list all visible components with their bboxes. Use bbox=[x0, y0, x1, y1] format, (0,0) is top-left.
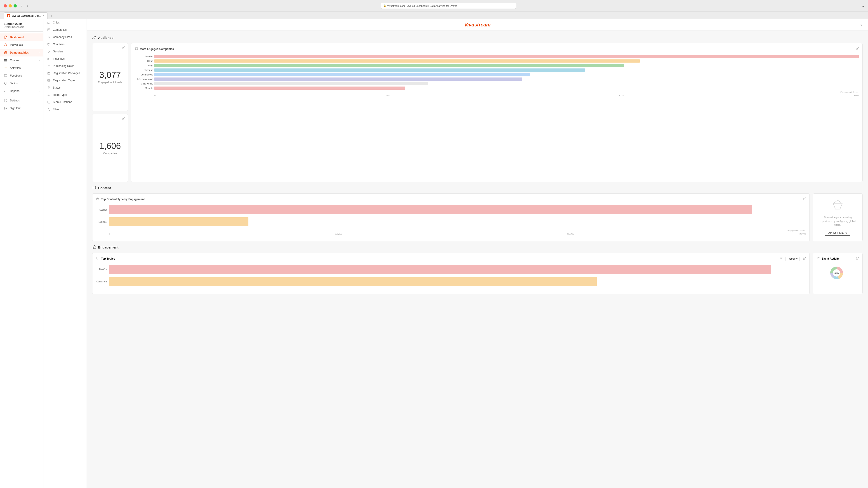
browser-menu-button[interactable]: ≡ bbox=[862, 4, 864, 8]
svg-point-0 bbox=[8, 15, 9, 17]
filter-button[interactable] bbox=[859, 22, 864, 28]
sidebar-item-topics[interactable]: Topics bbox=[0, 79, 43, 87]
sidebar-item-activities[interactable]: Activities bbox=[0, 64, 43, 72]
lock-icon: 🔒 bbox=[383, 4, 386, 7]
company-bar-fill bbox=[154, 64, 624, 67]
chevron-right-icon3: › bbox=[39, 90, 39, 92]
browser-tab[interactable]: Overall Dashboard | Dat... ✕ bbox=[4, 12, 48, 19]
globe-icon bbox=[4, 51, 8, 55]
companies-card: 1,606 Companies bbox=[92, 114, 128, 182]
sidebar-item-dashboard[interactable]: Dashboard bbox=[0, 33, 43, 41]
map-icon bbox=[47, 42, 51, 46]
tab-close-icon[interactable]: ✕ bbox=[42, 14, 44, 17]
chart-building-icon bbox=[135, 47, 138, 51]
sidebar-item-feedback[interactable]: Feedback bbox=[0, 72, 43, 79]
submenu-item-countries[interactable]: Countries bbox=[43, 41, 87, 48]
submenu-item-titles[interactable]: Titles bbox=[43, 106, 87, 113]
sidebar-item-signout[interactable]: Sign Out bbox=[0, 104, 43, 112]
event-activity-link[interactable] bbox=[856, 257, 859, 260]
svg-rect-19 bbox=[50, 37, 50, 38]
svg-rect-23 bbox=[48, 59, 49, 60]
submenu-item-company-sizes[interactable]: Company Sizes bbox=[43, 33, 87, 41]
submenu-item-genders[interactable]: Genders bbox=[43, 48, 87, 55]
top-topics-card: Top Topics Themes ▾ DevOps bbox=[92, 253, 810, 294]
company-bar-row: Destinations bbox=[135, 73, 859, 76]
sidebar-label-dashboard: Dashboard bbox=[10, 36, 24, 39]
engagement-title: Engagement bbox=[98, 246, 119, 249]
chevron-right-icon: › bbox=[39, 52, 39, 54]
submenu-item-registration-types[interactable]: Registration Types bbox=[43, 77, 87, 84]
svg-rect-28 bbox=[49, 72, 49, 72]
event-activity-header: Event Activity bbox=[817, 257, 859, 261]
top-content-chart: Top Content Type by Engagement Session E… bbox=[92, 193, 810, 241]
sidebar-item-content[interactable]: Content › bbox=[0, 57, 43, 64]
companies-link[interactable] bbox=[122, 117, 125, 121]
sidebar-label-settings: Settings bbox=[10, 99, 20, 102]
top-content-title: Top Content Type by Engagement bbox=[101, 198, 801, 201]
topic-bar-label: Containers bbox=[96, 281, 107, 283]
svg-point-40 bbox=[49, 108, 49, 109]
top-content-link[interactable] bbox=[803, 197, 806, 201]
sidebar-item-settings[interactable]: Settings bbox=[0, 97, 43, 104]
tag-icon bbox=[4, 81, 8, 86]
engaged-individuals-link[interactable] bbox=[122, 46, 125, 50]
company-bar-row: Marriott bbox=[135, 55, 859, 58]
svg-rect-18 bbox=[49, 36, 49, 38]
company-bar-fill bbox=[154, 59, 640, 63]
apply-filters-button[interactable]: APPLY FILTERS bbox=[825, 230, 850, 236]
submenu-item-industries[interactable]: Industries bbox=[43, 55, 87, 62]
svg-rect-3 bbox=[4, 59, 7, 60]
id-card-icon bbox=[47, 78, 51, 82]
topic-bar-fill bbox=[109, 265, 771, 274]
submenu-item-registration-packages[interactable]: Registration Packages bbox=[43, 70, 87, 77]
topic-bar-track bbox=[109, 265, 806, 274]
topics-filter-icon bbox=[780, 257, 782, 261]
back-button[interactable]: ‹ bbox=[20, 4, 24, 8]
title-icon bbox=[47, 107, 51, 111]
forward-button[interactable]: › bbox=[25, 4, 30, 8]
engaged-individuals-label: Engaged Individuals bbox=[98, 81, 122, 84]
topics-link[interactable] bbox=[803, 257, 806, 260]
submenu-item-team-functions[interactable]: Team Functions bbox=[43, 98, 87, 106]
themes-dropdown[interactable]: Themes ▾ bbox=[785, 257, 800, 261]
submenu-item-states[interactable]: States bbox=[43, 84, 87, 91]
sidebar-item-demographics[interactable]: Demographics › bbox=[0, 49, 43, 57]
company-bar-row: Melia Hotels bbox=[135, 82, 859, 85]
sidebar-item-individuals[interactable]: Individuals bbox=[0, 41, 43, 49]
building-icon bbox=[47, 21, 51, 24]
minimize-button[interactable] bbox=[8, 4, 12, 7]
company-bar-track bbox=[154, 68, 859, 72]
engaged-individuals-card: 3,077 Engaged Individuals bbox=[92, 43, 128, 111]
new-tab-button[interactable]: + bbox=[49, 13, 54, 19]
svg-point-25 bbox=[49, 67, 49, 67]
svg-rect-5 bbox=[4, 61, 7, 62]
most-engaged-link[interactable] bbox=[856, 47, 859, 51]
company-bar-track bbox=[154, 55, 859, 58]
filter-panel: Streamline your browsing experience by c… bbox=[813, 193, 863, 241]
content-bar-track bbox=[109, 217, 806, 226]
submenu-item-companies[interactable]: Companies bbox=[43, 26, 87, 33]
gender-icon bbox=[47, 50, 51, 53]
content-engagement-label: Engagement Score bbox=[96, 230, 806, 232]
event-activity-pie: 31% bbox=[817, 264, 859, 282]
sidebar-item-reports[interactable]: Reports › bbox=[0, 87, 43, 95]
submenu-item-cities[interactable]: Cities bbox=[43, 19, 87, 26]
exit-icon bbox=[4, 106, 8, 110]
close-button[interactable] bbox=[4, 4, 7, 7]
audience-icon bbox=[92, 35, 96, 40]
maximize-button[interactable] bbox=[13, 4, 17, 7]
company-bar-fill bbox=[154, 87, 405, 90]
topic-bar-fill bbox=[109, 277, 597, 286]
sidebar-label-demographics: Demographics bbox=[10, 51, 29, 54]
submenu-item-purchasing-roles[interactable]: Purchasing Roles bbox=[43, 62, 87, 70]
svg-rect-14 bbox=[48, 29, 50, 31]
svg-rect-4 bbox=[4, 60, 7, 61]
svg-point-1 bbox=[5, 43, 6, 45]
home-icon bbox=[4, 35, 8, 39]
company-bar-track bbox=[154, 73, 859, 76]
app-layout: Summit 2020 Overall Dashboard Dashboard … bbox=[0, 19, 868, 488]
company-bar-row: Marketo bbox=[135, 87, 859, 90]
svg-rect-24 bbox=[49, 58, 50, 60]
sidebar-label-reports: Reports bbox=[10, 90, 20, 93]
submenu-item-team-types[interactable]: Team Types bbox=[43, 91, 87, 98]
